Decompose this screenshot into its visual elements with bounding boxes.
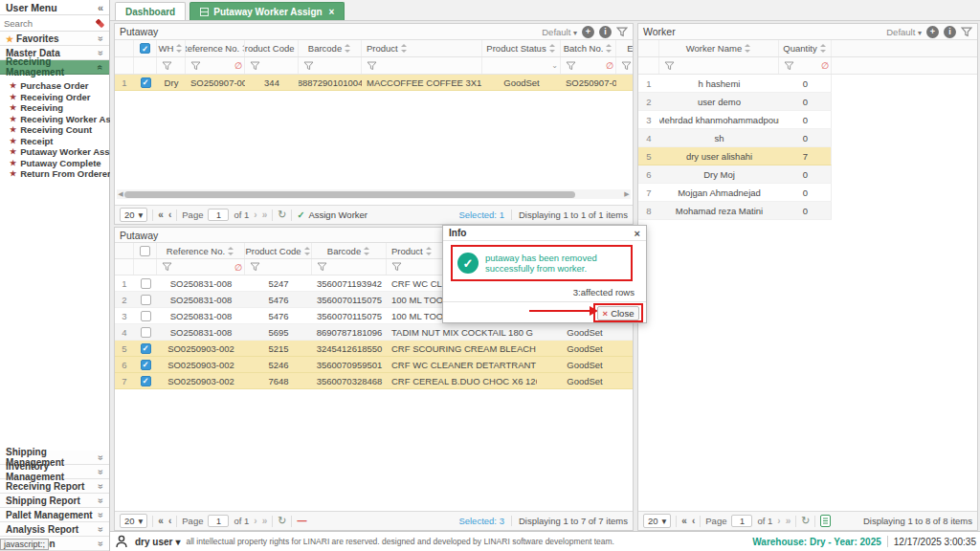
page-size-select[interactable]: 20▾ (120, 208, 147, 222)
info-circle-icon[interactable]: i (944, 26, 956, 38)
prev-page-button[interactable]: ‹ (168, 516, 171, 526)
tab-dashboard[interactable]: Dashboard (115, 2, 186, 20)
sidebar-section-shipping-report[interactable]: Shipping Report« (0, 494, 109, 508)
row-checkbox[interactable]: ✓ (141, 343, 151, 354)
sidebar-item-return-from-orderer[interactable]: ★Return From Orderer (10, 168, 109, 180)
table-row[interactable]: 1 h hashemi 0 (638, 75, 832, 93)
refresh-icon[interactable]: ↻ (278, 515, 286, 527)
current-user-menu[interactable]: dry user▾ (135, 537, 181, 547)
column-header-wh[interactable]: WH (157, 40, 186, 56)
column-header-quantity[interactable]: Quantity (779, 40, 832, 56)
refresh-icon[interactable]: ↻ (278, 209, 286, 221)
prev-page-button[interactable]: ‹ (168, 209, 171, 220)
next-page-button[interactable]: › (254, 516, 256, 526)
next-page-button[interactable]: › (777, 516, 780, 526)
next-page-button[interactable]: › (254, 209, 256, 220)
assign-worker-button[interactable]: ✓Assign Worker (297, 209, 368, 220)
clear-search-icon[interactable] (95, 18, 105, 29)
filter-batch-no[interactable]: ∅ (561, 57, 616, 74)
close-icon[interactable]: × (635, 228, 640, 239)
filter-reference-no[interactable]: ∅ (157, 259, 245, 275)
export-excel-icon[interactable] (820, 515, 831, 527)
sidebar-item-putaway-worker-assign[interactable]: ★Putaway Worker Assign (10, 146, 109, 158)
column-header-reference-no[interactable]: Reference No. (157, 243, 245, 258)
filter-product[interactable] (362, 57, 482, 74)
filter-wh[interactable] (157, 57, 186, 74)
sidebar-section-favorites[interactable]: ★Favorites « (0, 32, 109, 46)
sidebar-item-receiving-worker-assign[interactable]: ★Receiving Worker Assign (10, 114, 109, 125)
table-row[interactable]: 2 user demo 0 (638, 93, 832, 111)
select-all-checkbox[interactable]: ✓ (134, 40, 157, 56)
column-header-product-status[interactable]: Product Status (482, 40, 561, 56)
column-header-barcode[interactable]: Barcode (299, 40, 362, 56)
checkbox-unchecked-icon[interactable] (140, 246, 150, 256)
filter-product-code[interactable] (245, 57, 299, 74)
row-checkbox[interactable] (141, 311, 151, 321)
clear-filter-icon[interactable]: ∅ (606, 60, 613, 71)
table-row[interactable]: 1 ✓ Dry SO250907-009 344 8887290101004 M… (115, 75, 633, 91)
row-checkbox[interactable]: ✓ (141, 360, 151, 370)
sidebar-section-analysis-report[interactable]: Analysis Report« (0, 522, 109, 537)
filter-barcode[interactable] (312, 259, 387, 275)
table-row-selected[interactable]: 5 ✓ SO0250903-002 5215 3245412618550 CRF… (115, 341, 633, 357)
sidebar-item-receiving-order[interactable]: ★Receiving Order (10, 92, 109, 103)
filter-product-status[interactable]: ⌄ (482, 57, 561, 74)
checkbox-checked-icon[interactable]: ✓ (140, 43, 150, 54)
filter-worker-name[interactable] (659, 57, 779, 74)
first-page-button[interactable]: « (681, 516, 687, 526)
info-circle-icon[interactable]: i (599, 26, 612, 38)
table-row-selected[interactable]: 5 dry user alishahi 7 (638, 147, 832, 165)
table-row-selected[interactable]: 7 ✓ SO0250903-002 7648 3560070328468 CRF… (115, 373, 633, 389)
page-size-select[interactable]: 20▾ (120, 514, 147, 528)
row-checkbox[interactable] (141, 327, 151, 338)
table-row-selected[interactable]: 6 ✓ SO0250903-002 5246 3560070959501 CRF… (115, 357, 633, 373)
scroll-right-icon[interactable]: ▶ (623, 190, 631, 198)
tab-putaway-worker-assign[interactable]: Putaway Worker Assign × (189, 2, 345, 20)
last-page-button[interactable]: » (262, 516, 268, 526)
column-header-exp[interactable]: Exp (616, 40, 634, 56)
page-size-select[interactable]: 20▾ (643, 514, 671, 528)
column-header-batch-no[interactable]: Batch No. (561, 40, 616, 56)
sidebar-item-putaway-complete[interactable]: ★Putaway Complete (10, 158, 109, 169)
remove-worker-button[interactable]: — (297, 516, 306, 526)
column-header-product[interactable]: Product (362, 40, 482, 56)
last-page-button[interactable]: » (786, 516, 791, 526)
filter-quantity[interactable]: ∅ (779, 57, 832, 74)
page-input[interactable] (208, 515, 229, 527)
filter-exp[interactable] (616, 57, 634, 74)
table-row[interactable]: 4 SO250831-008 5695 8690787181096 TADIM … (115, 324, 633, 341)
table-row[interactable]: 3 Mehrdad khanmohammadpour 0 (638, 111, 832, 129)
clear-filter-icon[interactable]: ∅ (234, 262, 242, 273)
first-page-button[interactable]: « (158, 209, 164, 220)
table-row[interactable]: 6 Dry Moj 0 (638, 165, 832, 184)
sidebar-item-receiving-count[interactable]: ★Receiving Count (10, 124, 109, 136)
scroll-left-icon[interactable]: ◀ (117, 190, 124, 198)
column-header-reference-no[interactable]: Reference No. (186, 40, 245, 56)
plus-circle-icon[interactable]: + (926, 26, 939, 38)
scrollbar-thumb[interactable] (124, 191, 575, 198)
filter-reference-no[interactable]: ∅ (186, 57, 245, 74)
sidebar-section-receiving-management[interactable]: Receiving Management « (0, 60, 109, 75)
sidebar-section-pallet-management[interactable]: Pallet Management« (0, 508, 109, 522)
page-input[interactable] (731, 515, 752, 527)
first-page-button[interactable]: « (158, 516, 164, 526)
view-selector[interactable]: Default ▾ (542, 27, 577, 37)
table-row[interactable]: 8 Mohamad reza Matini 0 (638, 202, 832, 220)
clear-filter-icon[interactable]: ∅ (234, 60, 242, 71)
filter-icon[interactable] (961, 27, 972, 37)
close-button[interactable]: × Close (597, 306, 640, 320)
plus-circle-icon[interactable]: + (582, 26, 594, 38)
row-checkbox[interactable]: ✓ (141, 376, 151, 386)
filter-icon[interactable] (616, 27, 628, 37)
select-all-checkbox[interactable] (134, 243, 157, 258)
prev-page-button[interactable]: ‹ (692, 516, 695, 526)
horizontal-scrollbar[interactable]: ◀ ▶ (117, 189, 631, 199)
row-checkbox[interactable] (141, 295, 151, 305)
close-tab-icon[interactable]: × (329, 7, 335, 17)
sidebar-section-inventory-management[interactable]: Inventory Management« (0, 465, 109, 479)
clear-filter-icon[interactable]: ∅ (821, 60, 829, 71)
view-selector[interactable]: Default ▾ (886, 27, 922, 37)
refresh-icon[interactable]: ↻ (801, 515, 810, 527)
collapse-sidebar-icon[interactable]: « (98, 2, 103, 13)
column-header-barcode[interactable]: Barcode (312, 243, 387, 258)
